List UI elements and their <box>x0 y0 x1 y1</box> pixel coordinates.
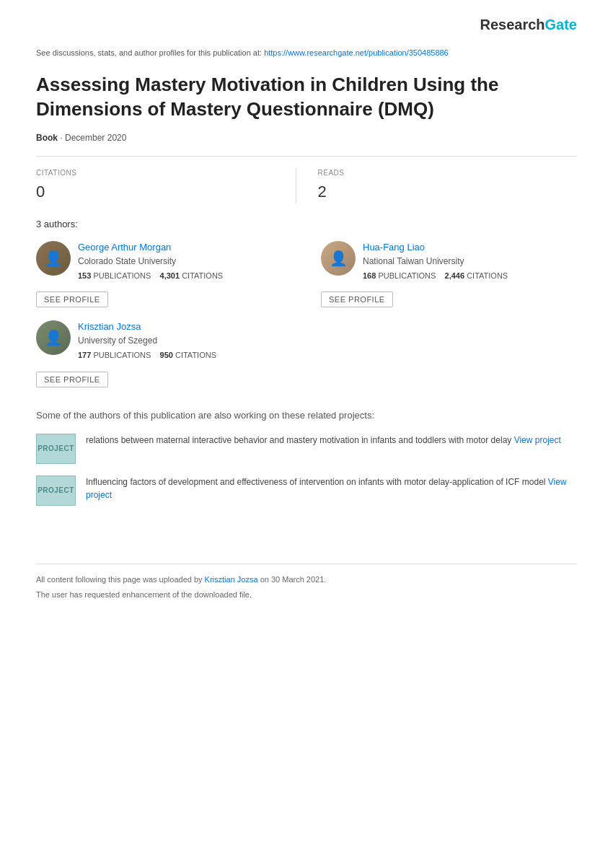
article-meta: Book · December 2020 <box>36 132 577 144</box>
project-text-1: relations between maternal interactive b… <box>86 434 561 447</box>
reads-label: Reads <box>318 168 578 178</box>
citations-value: 0 <box>36 181 296 203</box>
george-citations-label: CITATIONS <box>182 271 223 280</box>
article-title: Assessing Mastery Motivation in Children… <box>36 73 577 122</box>
logo-research-text: Research <box>480 17 544 32</box>
author-card-krisztian: 👤 Krisztian Jozsa University of Szeged 1… <box>36 320 267 387</box>
project-link-1[interactable]: View project <box>514 435 561 445</box>
logo: ResearchGate <box>480 17 577 32</box>
author-institution-krisztian: University of Szeged <box>78 335 216 347</box>
footer-text-after: on 30 March 2021. <box>258 575 327 584</box>
project-description-1: relations between maternal interactive b… <box>86 435 514 445</box>
logo-gate-text: Gate <box>545 17 577 32</box>
authors-top-row: 👤 George Arthur Morgan Colorado State Un… <box>36 241 577 307</box>
publication-link[interactable]: https://www.researchgate.net/publication… <box>264 48 449 57</box>
krisztian-citations-label: CITATIONS <box>175 351 216 359</box>
project-item-2: Project Influencing factors of developme… <box>36 475 577 506</box>
hua-citations-label: CITATIONS <box>467 271 508 280</box>
footer-notice: The user has requested enhancement of th… <box>36 589 577 600</box>
author-stats-krisztian: 177 PUBLICATIONS 950 CITATIONS <box>78 350 216 361</box>
header-logo: ResearchGate <box>36 14 577 35</box>
avatar-hua: 👤 <box>321 241 356 276</box>
see-profile-krisztian[interactable]: SEE PROFILE <box>36 372 108 387</box>
footer-uploader-link[interactable]: Krisztian Jozsa <box>205 575 258 584</box>
author-name-george[interactable]: George Arthur Morgan <box>78 242 171 253</box>
hua-publications-count: 168 <box>363 271 376 280</box>
author-name-krisztian[interactable]: Krisztian Jozsa <box>78 321 141 332</box>
related-projects-section: Some of the authors of this publication … <box>36 409 577 506</box>
reads-stat: Reads 2 <box>296 168 578 203</box>
top-notice: See discussions, stats, and author profi… <box>36 48 577 58</box>
article-date: December 2020 <box>65 133 126 143</box>
project-thumbnail-1: Project <box>36 434 76 464</box>
author-institution-hua: National Taiwan University <box>363 255 508 268</box>
avatar-george: 👤 <box>36 241 71 276</box>
author-top-hua: 👤 Hua-Fang Liao National Taiwan Universi… <box>321 241 577 281</box>
hua-citations-count: 2,446 <box>445 271 465 280</box>
footer-text-before: All content following this page was uplo… <box>36 575 205 584</box>
author-top-krisztian: 👤 Krisztian Jozsa University of Szeged 1… <box>36 320 267 361</box>
krisztian-publications-count: 177 <box>78 351 91 359</box>
avatar-image-george: 👤 <box>36 241 71 276</box>
stats-row: Citations 0 Reads 2 <box>36 168 577 203</box>
krisztian-citations-count: 950 <box>160 351 173 359</box>
stats-divider <box>36 156 577 157</box>
project-thumbnail-label-2: Project <box>38 486 74 496</box>
project-thumbnail-label-1: Project <box>38 444 74 454</box>
project-text-2: Influencing factors of development and e… <box>86 475 577 501</box>
page-container: ResearchGate See discussions, stats, and… <box>0 0 613 634</box>
author-top-george: 👤 George Arthur Morgan Colorado State Un… <box>36 241 292 281</box>
author-stats-hua: 168 PUBLICATIONS 2,446 CITATIONS <box>363 271 508 281</box>
authors-header: 3 authors: <box>36 218 577 231</box>
author-stats-george: 153 PUBLICATIONS 4,301 CITATIONS <box>78 271 223 281</box>
author-name-hua[interactable]: Hua-Fang Liao <box>363 242 425 253</box>
related-projects-title: Some of the authors of this publication … <box>36 409 577 422</box>
author-info-krisztian: Krisztian Jozsa University of Szeged 177… <box>78 320 216 361</box>
article-type: Book <box>36 133 58 143</box>
project-description-2: Influencing factors of development and e… <box>86 477 548 487</box>
author-institution-george: Colorado State University <box>78 255 223 268</box>
citations-stat: Citations 0 <box>36 168 296 203</box>
krisztian-publications-label: PUBLICATIONS <box>93 351 151 359</box>
george-publications-label: PUBLICATIONS <box>93 271 151 280</box>
citations-label: Citations <box>36 168 296 178</box>
author-info-george: George Arthur Morgan Colorado State Univ… <box>78 241 223 281</box>
authors-bottom-row: 👤 Krisztian Jozsa University of Szeged 1… <box>36 320 577 387</box>
avatar-image-krisztian: 👤 <box>36 320 71 355</box>
top-notice-text: See discussions, stats, and author profi… <box>36 48 264 57</box>
george-publications-count: 153 <box>78 271 91 280</box>
article-meta-separator: · <box>60 133 65 143</box>
see-profile-george[interactable]: SEE PROFILE <box>36 291 108 307</box>
avatar-image-hua: 👤 <box>321 241 356 276</box>
project-thumbnail-2: Project <box>36 475 76 506</box>
author-card-hua: 👤 Hua-Fang Liao National Taiwan Universi… <box>321 241 577 307</box>
footer-upload-text: All content following this page was uplo… <box>36 574 577 585</box>
reads-value: 2 <box>318 181 578 203</box>
author-info-hua: Hua-Fang Liao National Taiwan University… <box>363 241 508 281</box>
author-card-george: 👤 George Arthur Morgan Colorado State Un… <box>36 241 292 307</box>
project-item-1: Project relations between maternal inter… <box>36 434 577 464</box>
footer-section: All content following this page was uplo… <box>36 564 577 601</box>
see-profile-hua[interactable]: SEE PROFILE <box>321 291 393 307</box>
avatar-krisztian: 👤 <box>36 320 71 355</box>
george-citations-count: 4,301 <box>160 271 180 280</box>
hua-publications-label: PUBLICATIONS <box>378 271 436 280</box>
